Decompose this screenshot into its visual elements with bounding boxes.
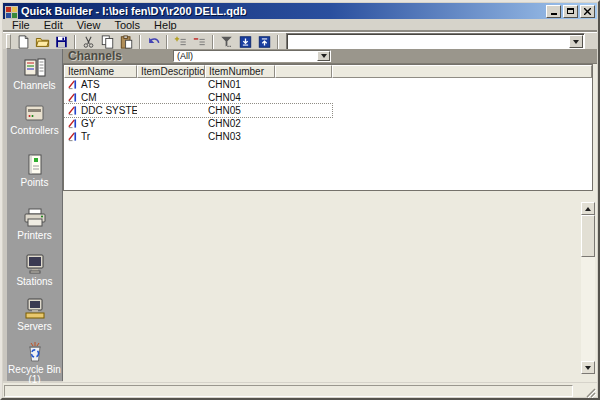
sidebar-item-label: Points	[7, 178, 62, 188]
sidebar-item-label: Channels	[7, 81, 62, 91]
upload-icon	[257, 35, 272, 49]
column-header-itemnumber[interactable]: ItemNumber	[205, 65, 275, 78]
menu-label: dit	[51, 19, 63, 31]
filter-button[interactable]	[217, 34, 236, 50]
toolbar-grip[interactable]	[6, 34, 11, 49]
sidebar-item-label: Stations	[7, 277, 62, 287]
cell-item-number: CHN04	[205, 92, 275, 103]
minimize-icon	[551, 13, 557, 15]
channel-item-icon	[67, 79, 78, 90]
sidebar-item-stations[interactable]: Stations	[7, 252, 62, 287]
window-title: Quick Builder - I:\bei fen\DY\r200 DELL.…	[21, 5, 544, 17]
menu-item-file[interactable]: File	[5, 19, 37, 32]
toolbar-separator	[277, 35, 279, 49]
combo-dropdown-button[interactable]	[569, 35, 583, 48]
undo-button[interactable]	[144, 34, 163, 50]
copy-icon	[100, 35, 115, 49]
channels-icon	[22, 56, 48, 80]
controllers-icon	[22, 101, 48, 125]
sidebar-item-label: Controllers	[7, 126, 62, 136]
scroll-thumb[interactable]	[581, 215, 595, 257]
paste-icon	[119, 35, 134, 49]
cell-item-number: CHN02	[205, 118, 275, 129]
filter-icon	[219, 35, 234, 49]
save-button[interactable]	[52, 34, 71, 50]
minimize-button[interactable]	[546, 5, 561, 18]
channel-item-icon	[67, 105, 78, 116]
chevron-down-icon	[573, 40, 579, 44]
table-row[interactable]: GY CHN02	[64, 117, 332, 130]
cell-item-number: CHN05	[205, 105, 275, 116]
menu-item-tools[interactable]: Tools	[107, 19, 147, 32]
filter-combobox[interactable]: (All)	[173, 50, 331, 62]
sidebar-item-points[interactable]: Points	[7, 153, 62, 188]
remove-item-button[interactable]	[190, 34, 209, 50]
main-panel: Channels (All) ItemName ItemDescription …	[63, 49, 597, 382]
maximize-button[interactable]	[563, 5, 578, 18]
filter-dropdown-button[interactable]	[317, 51, 330, 61]
undo-icon	[146, 35, 161, 49]
cell-item-name: GY	[81, 118, 95, 129]
toolbar-separator	[74, 35, 76, 49]
status-bar	[3, 383, 597, 397]
scroll-up-button[interactable]	[581, 202, 595, 215]
toolbar-combobox[interactable]	[286, 33, 585, 50]
chevron-down-icon	[321, 54, 327, 58]
column-header-itemname[interactable]: ItemName	[64, 65, 137, 78]
menu-label: H	[154, 19, 162, 31]
add-item-icon	[173, 35, 188, 49]
cell-item-name: DDC SYSTEM	[81, 105, 137, 116]
printers-icon	[22, 206, 48, 230]
sidebar-item-channels[interactable]: Channels	[7, 56, 62, 91]
table-row[interactable]: DDC SYSTEM CHN05	[64, 104, 332, 117]
menu-label: F	[12, 19, 19, 31]
open-button[interactable]	[33, 34, 52, 50]
save-icon	[54, 35, 69, 49]
status-text	[4, 385, 573, 397]
new-button[interactable]	[14, 34, 33, 50]
menu-item-help[interactable]: Help	[147, 19, 184, 32]
section-header: Channels (All)	[63, 49, 597, 64]
sidebar-item-label: Printers	[7, 231, 62, 241]
resize-grip-icon[interactable]	[584, 384, 596, 396]
download-button[interactable]	[236, 34, 255, 50]
toolbar-separator	[212, 35, 214, 49]
title-bar: Quick Builder - I:\bei fen\DY\r200 DELL.…	[3, 3, 597, 19]
sidebar-item-printers[interactable]: Printers	[7, 206, 62, 241]
channel-item-icon	[67, 118, 78, 129]
open-folder-icon	[35, 35, 50, 49]
cell-item-number: CHN03	[205, 131, 275, 142]
toolbar-separator	[139, 35, 141, 49]
new-document-icon	[16, 35, 31, 49]
table-row[interactable]: Tr CHN03	[64, 130, 332, 143]
cell-item-name: ATS	[81, 79, 100, 90]
close-icon	[584, 8, 591, 15]
filter-combobox-value: (All)	[177, 51, 193, 61]
column-header-blank[interactable]	[275, 65, 332, 78]
list-header: ItemName ItemDescription ItemNumber	[64, 65, 592, 78]
upload-button[interactable]	[255, 34, 274, 50]
menu-item-view[interactable]: View	[70, 19, 108, 32]
vertical-scrollbar[interactable]	[581, 202, 595, 374]
cut-button[interactable]	[79, 34, 98, 50]
copy-button[interactable]	[98, 34, 117, 50]
sidebar-item-label: Servers	[7, 322, 62, 332]
close-button[interactable]	[580, 5, 595, 18]
page-title: Channels	[68, 49, 122, 63]
column-header-itemdescription[interactable]: ItemDescription	[137, 65, 205, 78]
table-row[interactable]: ATS CHN01	[64, 78, 332, 91]
menu-label: ile	[19, 19, 30, 31]
menu-label: E	[44, 19, 51, 31]
toolbar	[3, 32, 597, 50]
sidebar-item-recycle-bin[interactable]: Recycle Bin (1)	[7, 340, 62, 385]
sidebar-item-servers[interactable]: Servers	[7, 297, 62, 332]
table-row[interactable]: CM CHN04	[64, 91, 332, 104]
scroll-down-button[interactable]	[581, 361, 595, 374]
menu-item-edit[interactable]: Edit	[37, 19, 70, 32]
channel-item-icon	[67, 131, 78, 142]
add-item-button[interactable]	[171, 34, 190, 50]
sidebar-item-controllers[interactable]: Controllers	[7, 101, 62, 136]
menu-bar: File Edit View Tools Help	[3, 19, 597, 32]
paste-button[interactable]	[117, 34, 136, 50]
menu-label: V	[77, 19, 84, 31]
